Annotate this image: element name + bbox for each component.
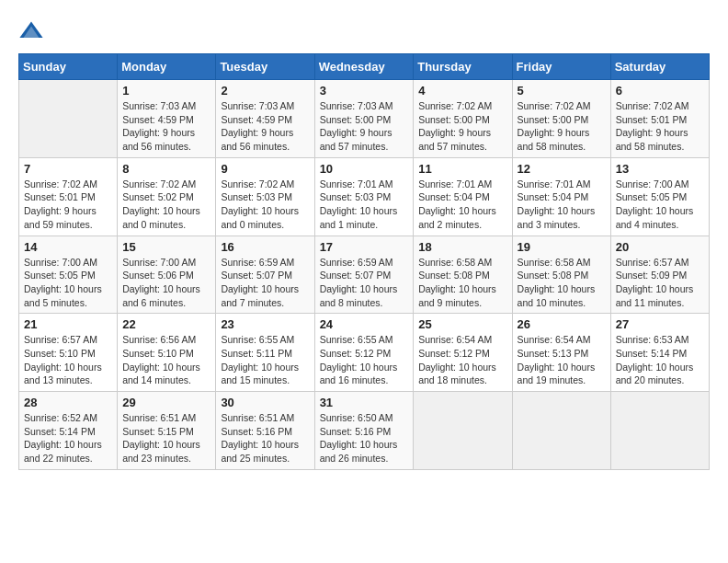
day-number: 16: [221, 240, 309, 254]
day-number: 6: [616, 84, 704, 98]
day-info: Sunrise: 7:03 AM Sunset: 4:59 PM Dayligh…: [122, 99, 210, 154]
calendar-cell: 15Sunrise: 7:00 AM Sunset: 5:06 PM Dayli…: [118, 236, 216, 314]
day-info: Sunrise: 7:01 AM Sunset: 5:04 PM Dayligh…: [518, 178, 606, 232]
calendar-cell: 17Sunrise: 6:59 AM Sunset: 5:07 PM Dayli…: [314, 236, 414, 314]
calendar-cell: 1Sunrise: 7:03 AM Sunset: 4:59 PM Daylig…: [118, 80, 216, 158]
calendar-cell: 27Sunrise: 6:53 AM Sunset: 5:14 PM Dayli…: [610, 314, 709, 392]
week-row-5: 28Sunrise: 6:52 AM Sunset: 5:14 PM Dayli…: [19, 392, 710, 470]
day-number: 14: [24, 240, 112, 254]
day-number: 30: [221, 396, 309, 409]
day-info: Sunrise: 6:50 AM Sunset: 5:16 PM Dayligh…: [320, 411, 409, 465]
calendar-cell: 23Sunrise: 6:55 AM Sunset: 5:11 PM Dayli…: [216, 314, 314, 392]
day-info: Sunrise: 6:57 AM Sunset: 5:09 PM Dayligh…: [616, 256, 704, 310]
calendar-cell: 31Sunrise: 6:50 AM Sunset: 5:16 PM Dayli…: [314, 392, 414, 470]
day-info: Sunrise: 7:02 AM Sunset: 5:02 PM Dayligh…: [122, 178, 210, 232]
calendar-cell: 25Sunrise: 6:54 AM Sunset: 5:12 PM Dayli…: [414, 314, 512, 392]
day-number: 13: [616, 162, 704, 176]
day-number: 15: [122, 240, 210, 254]
day-info: Sunrise: 7:01 AM Sunset: 5:03 PM Dayligh…: [320, 178, 409, 232]
day-number: 5: [518, 84, 606, 98]
day-number: 23: [221, 317, 309, 331]
week-row-4: 21Sunrise: 6:57 AM Sunset: 5:10 PM Dayli…: [19, 314, 710, 392]
day-number: 1: [122, 84, 210, 98]
day-number: 2: [221, 84, 309, 98]
column-header-thursday: Thursday: [414, 54, 512, 80]
week-row-2: 7Sunrise: 7:02 AM Sunset: 5:01 PM Daylig…: [19, 157, 710, 236]
day-number: 12: [518, 162, 606, 176]
day-info: Sunrise: 7:00 AM Sunset: 5:06 PM Dayligh…: [122, 256, 210, 310]
day-info: Sunrise: 7:03 AM Sunset: 5:00 PM Dayligh…: [320, 99, 409, 154]
calendar-cell: 30Sunrise: 6:51 AM Sunset: 5:16 PM Dayli…: [216, 392, 314, 470]
day-number: 10: [320, 162, 409, 176]
calendar-header: SundayMondayTuesdayWednesdayThursdayFrid…: [19, 54, 710, 80]
calendar-cell: [512, 392, 610, 470]
day-info: Sunrise: 7:03 AM Sunset: 4:59 PM Dayligh…: [221, 99, 309, 154]
day-info: Sunrise: 7:02 AM Sunset: 5:00 PM Dayligh…: [418, 99, 506, 154]
calendar-cell: 12Sunrise: 7:01 AM Sunset: 5:04 PM Dayli…: [512, 157, 610, 236]
column-header-friday: Friday: [512, 54, 610, 80]
day-number: 20: [616, 240, 704, 254]
week-row-3: 14Sunrise: 7:00 AM Sunset: 5:05 PM Dayli…: [19, 236, 710, 314]
day-info: Sunrise: 6:58 AM Sunset: 5:08 PM Dayligh…: [418, 256, 506, 310]
calendar-cell: 29Sunrise: 6:51 AM Sunset: 5:15 PM Dayli…: [118, 392, 216, 470]
day-info: Sunrise: 6:55 AM Sunset: 5:12 PM Dayligh…: [320, 333, 409, 387]
calendar-cell: 28Sunrise: 6:52 AM Sunset: 5:14 PM Dayli…: [19, 392, 118, 470]
calendar-cell: [414, 392, 512, 470]
day-number: 9: [221, 162, 309, 176]
calendar-cell: 16Sunrise: 6:59 AM Sunset: 5:07 PM Dayli…: [216, 236, 314, 314]
day-info: Sunrise: 7:02 AM Sunset: 5:03 PM Dayligh…: [221, 178, 309, 232]
day-number: 31: [320, 396, 409, 409]
calendar-cell: 18Sunrise: 6:58 AM Sunset: 5:08 PM Dayli…: [414, 236, 512, 314]
page-header: [18, 18, 710, 44]
day-number: 21: [24, 317, 112, 331]
calendar-cell: 7Sunrise: 7:02 AM Sunset: 5:01 PM Daylig…: [19, 157, 118, 236]
day-number: 17: [320, 240, 409, 254]
calendar-cell: 2Sunrise: 7:03 AM Sunset: 4:59 PM Daylig…: [216, 80, 314, 158]
column-header-tuesday: Tuesday: [216, 54, 314, 80]
day-info: Sunrise: 7:02 AM Sunset: 5:01 PM Dayligh…: [24, 178, 112, 232]
day-info: Sunrise: 7:02 AM Sunset: 5:01 PM Dayligh…: [616, 99, 704, 154]
day-info: Sunrise: 6:51 AM Sunset: 5:16 PM Dayligh…: [221, 411, 309, 465]
day-number: 18: [418, 240, 506, 254]
day-info: Sunrise: 6:54 AM Sunset: 5:12 PM Dayligh…: [418, 333, 506, 387]
day-number: 3: [320, 84, 409, 98]
day-info: Sunrise: 6:53 AM Sunset: 5:14 PM Dayligh…: [616, 333, 704, 387]
calendar-cell: 4Sunrise: 7:02 AM Sunset: 5:00 PM Daylig…: [414, 80, 512, 158]
day-number: 11: [418, 162, 506, 176]
day-number: 4: [418, 84, 506, 98]
day-info: Sunrise: 6:56 AM Sunset: 5:10 PM Dayligh…: [122, 333, 210, 387]
day-number: 8: [122, 162, 210, 176]
day-info: Sunrise: 6:52 AM Sunset: 5:14 PM Dayligh…: [24, 411, 112, 465]
day-number: 27: [616, 317, 704, 331]
calendar-cell: 14Sunrise: 7:00 AM Sunset: 5:05 PM Dayli…: [19, 236, 118, 314]
calendar-cell: 13Sunrise: 7:00 AM Sunset: 5:05 PM Dayli…: [610, 157, 709, 236]
calendar-cell: 9Sunrise: 7:02 AM Sunset: 5:03 PM Daylig…: [216, 157, 314, 236]
logo: [18, 18, 48, 44]
calendar-cell: 19Sunrise: 6:58 AM Sunset: 5:08 PM Dayli…: [512, 236, 610, 314]
day-number: 26: [518, 317, 606, 331]
column-header-saturday: Saturday: [610, 54, 709, 80]
day-info: Sunrise: 6:58 AM Sunset: 5:08 PM Dayligh…: [518, 256, 606, 310]
calendar-cell: 11Sunrise: 7:01 AM Sunset: 5:04 PM Dayli…: [414, 157, 512, 236]
day-info: Sunrise: 7:01 AM Sunset: 5:04 PM Dayligh…: [418, 178, 506, 232]
day-info: Sunrise: 7:00 AM Sunset: 5:05 PM Dayligh…: [616, 178, 704, 232]
calendar-cell: 5Sunrise: 7:02 AM Sunset: 5:00 PM Daylig…: [512, 80, 610, 158]
day-number: 24: [320, 317, 409, 331]
day-info: Sunrise: 7:02 AM Sunset: 5:00 PM Dayligh…: [518, 99, 606, 154]
day-info: Sunrise: 6:59 AM Sunset: 5:07 PM Dayligh…: [320, 256, 409, 310]
day-info: Sunrise: 6:54 AM Sunset: 5:13 PM Dayligh…: [518, 333, 606, 387]
day-number: 7: [24, 162, 112, 176]
calendar-cell: 3Sunrise: 7:03 AM Sunset: 5:00 PM Daylig…: [314, 80, 414, 158]
calendar-cell: 24Sunrise: 6:55 AM Sunset: 5:12 PM Dayli…: [314, 314, 414, 392]
calendar-cell: 8Sunrise: 7:02 AM Sunset: 5:02 PM Daylig…: [118, 157, 216, 236]
calendar-cell: 21Sunrise: 6:57 AM Sunset: 5:10 PM Dayli…: [19, 314, 118, 392]
day-info: Sunrise: 6:59 AM Sunset: 5:07 PM Dayligh…: [221, 256, 309, 310]
calendar-cell: 10Sunrise: 7:01 AM Sunset: 5:03 PM Dayli…: [314, 157, 414, 236]
column-header-wednesday: Wednesday: [314, 54, 414, 80]
column-header-sunday: Sunday: [19, 54, 118, 80]
column-header-monday: Monday: [118, 54, 216, 80]
day-info: Sunrise: 6:57 AM Sunset: 5:10 PM Dayligh…: [24, 333, 112, 387]
calendar-cell: 20Sunrise: 6:57 AM Sunset: 5:09 PM Dayli…: [610, 236, 709, 314]
calendar-cell: [19, 80, 118, 158]
calendar-cell: 6Sunrise: 7:02 AM Sunset: 5:01 PM Daylig…: [610, 80, 709, 158]
